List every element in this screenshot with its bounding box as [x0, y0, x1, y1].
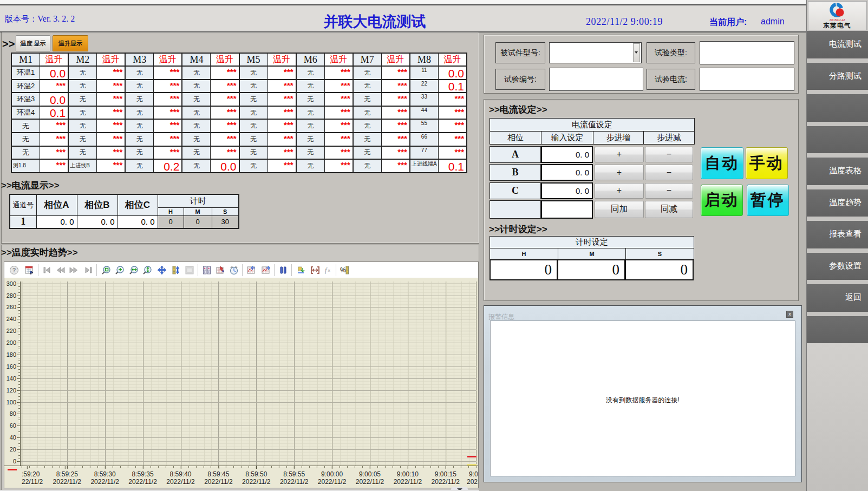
svg-text:?: ? — [12, 267, 16, 273]
svg-text:东莱电气: 东莱电气 — [823, 22, 851, 29]
svg-text:×: × — [328, 268, 330, 273]
svg-text:DONGLAI: DONGLAI — [829, 18, 845, 22]
svg-text:%: % — [340, 266, 346, 274]
